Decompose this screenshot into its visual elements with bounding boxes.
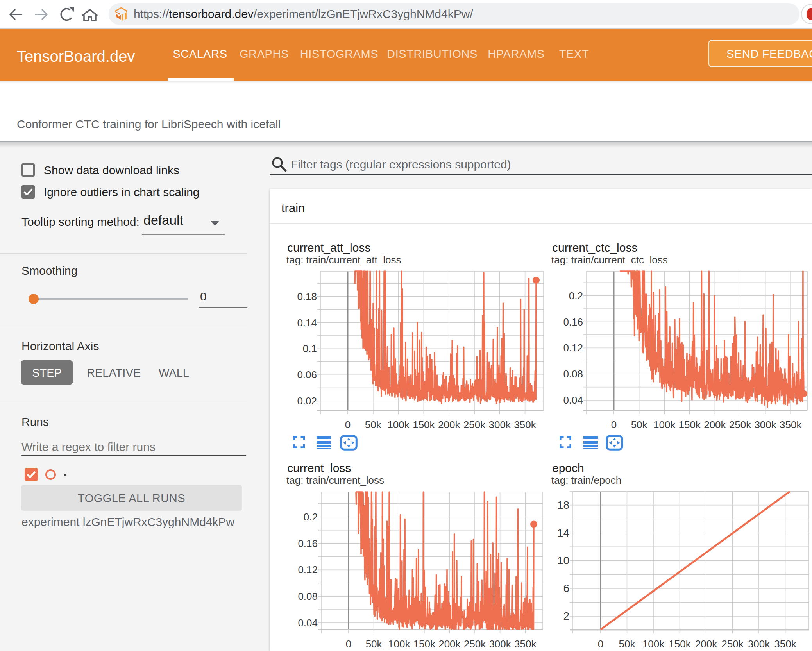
svg-text:50k: 50k	[631, 419, 648, 431]
svg-text:150k: 150k	[679, 419, 701, 431]
svg-text:50k: 50k	[366, 638, 383, 650]
svg-text:14: 14	[557, 527, 569, 539]
svg-text:350k: 350k	[774, 638, 796, 650]
svg-text:150k: 150k	[669, 638, 691, 650]
svg-text:0.02: 0.02	[297, 395, 317, 407]
svg-text:0.12: 0.12	[563, 342, 583, 354]
svg-text:100k: 100k	[642, 638, 665, 650]
svg-text:300k: 300k	[489, 638, 511, 650]
svg-text:6: 6	[563, 582, 569, 594]
svg-text:50k: 50k	[619, 638, 636, 650]
svg-text:350k: 350k	[514, 419, 536, 431]
svg-text:0.16: 0.16	[563, 316, 583, 328]
svg-text:0: 0	[346, 638, 351, 650]
svg-text:200k: 200k	[438, 638, 461, 650]
svg-text:0.12: 0.12	[298, 564, 318, 576]
svg-text:300k: 300k	[748, 638, 770, 650]
svg-text:250k: 250k	[721, 638, 744, 650]
svg-text:250k: 250k	[464, 638, 486, 650]
svg-text:250k: 250k	[463, 419, 486, 431]
svg-text:250k: 250k	[729, 419, 751, 431]
svg-text:18: 18	[557, 499, 569, 511]
svg-text:150k: 150k	[413, 419, 435, 431]
svg-text:0.2: 0.2	[569, 290, 583, 302]
svg-text:0.1: 0.1	[303, 343, 317, 354]
svg-text:0.08: 0.08	[298, 590, 318, 602]
svg-text:0.08: 0.08	[563, 368, 583, 380]
svg-text:100k: 100k	[653, 419, 676, 431]
svg-text:0.14: 0.14	[297, 317, 317, 329]
svg-text:150k: 150k	[413, 638, 436, 650]
svg-text:0.18: 0.18	[297, 291, 317, 302]
svg-text:200k: 200k	[704, 419, 726, 431]
svg-text:200k: 200k	[438, 419, 460, 431]
svg-text:350k: 350k	[780, 419, 802, 431]
svg-text:300k: 300k	[489, 419, 511, 431]
svg-text:0.2: 0.2	[304, 511, 318, 523]
svg-text:300k: 300k	[754, 419, 776, 431]
svg-text:350k: 350k	[514, 638, 537, 650]
svg-text:10: 10	[557, 554, 569, 567]
svg-text:0: 0	[598, 638, 603, 650]
svg-text:200k: 200k	[695, 638, 717, 650]
svg-text:0: 0	[611, 419, 617, 431]
svg-text:50k: 50k	[365, 419, 382, 431]
svg-text:0: 0	[345, 419, 351, 431]
svg-text:0.04: 0.04	[298, 617, 318, 629]
svg-text:0.04: 0.04	[563, 394, 583, 406]
svg-text:100k: 100k	[388, 638, 410, 650]
svg-text:2: 2	[563, 610, 569, 622]
svg-text:100k: 100k	[387, 419, 410, 431]
svg-text:0.06: 0.06	[297, 369, 317, 381]
svg-text:0.16: 0.16	[298, 538, 318, 549]
